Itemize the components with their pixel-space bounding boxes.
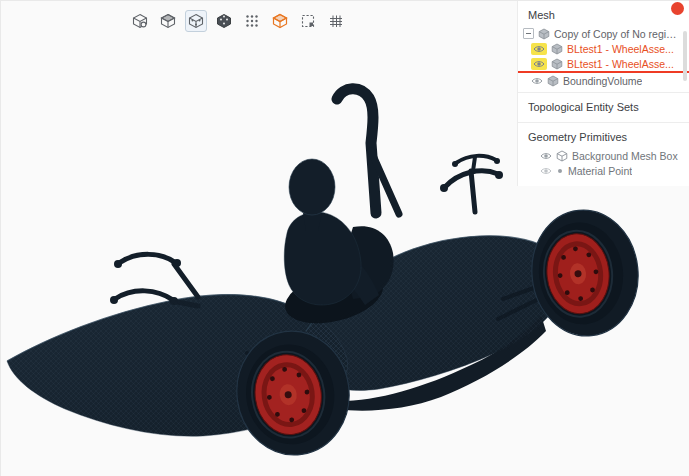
tree-item-label: Copy of Copy of No region r... [554, 28, 681, 40]
notification-dot[interactable] [671, 2, 684, 15]
visibility-eye-icon[interactable] [531, 76, 543, 86]
filled-cube-nodes-icon[interactable] [213, 10, 235, 32]
collapse-icon[interactable] [523, 28, 534, 39]
panel-scrollbar[interactable] [683, 31, 687, 81]
tree-item-background-mesh-box[interactable]: Background Mesh Box [518, 148, 689, 163]
visibility-eye-icon[interactable] [540, 151, 552, 161]
tree-item-wheel-2[interactable]: BLtest1 - WheelAsse... [518, 56, 689, 73]
divider [518, 92, 689, 93]
section-topological-entity-sets[interactable]: Topological Entity Sets [518, 97, 689, 118]
mesh-cube-icon [551, 58, 563, 70]
eye-highlight [531, 43, 547, 55]
mesh-toolbar [129, 10, 347, 32]
tree-item-label: Background Mesh Box [572, 150, 678, 162]
mesh-cube-icon [547, 75, 559, 87]
tree-item-material-point[interactable]: Material Point [518, 163, 689, 178]
point-grid-icon[interactable] [241, 10, 263, 32]
mesh-cube-icon [538, 28, 550, 40]
visibility-eye-icon[interactable] [533, 44, 545, 54]
tree-item-label: BoundingVolume [563, 75, 642, 87]
surface-nodes-cube-icon[interactable] [185, 10, 207, 32]
mesh-cube-icon [551, 43, 563, 55]
point-icon [558, 169, 562, 173]
mesh-settings-cube-icon[interactable] [129, 10, 151, 32]
tree-item-root[interactable]: Copy of Copy of No region r... [518, 26, 689, 41]
scene-tree-panel: Mesh Copy of Copy of No region r... [517, 1, 689, 186]
hex-element-cube-icon[interactable] [269, 10, 291, 32]
handlebar-right [440, 156, 503, 212]
roll-hoop [337, 89, 399, 214]
box-icon [556, 150, 568, 162]
solid-cube-icon[interactable] [157, 10, 179, 32]
panel-title: Mesh [518, 7, 689, 26]
section-geometry-primitives[interactable]: Geometry Primitives [518, 127, 689, 148]
visibility-eye-icon[interactable] [533, 59, 545, 69]
tree-item-label: BLtest1 - WheelAsse... [567, 58, 674, 70]
eye-highlight [531, 58, 547, 70]
visibility-eye-icon[interactable] [540, 166, 552, 176]
tree-item-label: BLtest1 - WheelAsse... [567, 43, 674, 55]
tree-item-label: Material Point [568, 165, 632, 177]
tree-item-bounding-volume[interactable]: BoundingVolume [518, 73, 689, 88]
tree-item-wheel-1[interactable]: BLtest1 - WheelAsse... [518, 41, 689, 56]
divider [518, 122, 689, 123]
mesh-grid-icon[interactable] [325, 10, 347, 32]
app-window: Mesh Copy of Copy of No region r... [0, 0, 689, 476]
driver-head [289, 159, 335, 215]
region-selection-icon[interactable] [297, 10, 319, 32]
